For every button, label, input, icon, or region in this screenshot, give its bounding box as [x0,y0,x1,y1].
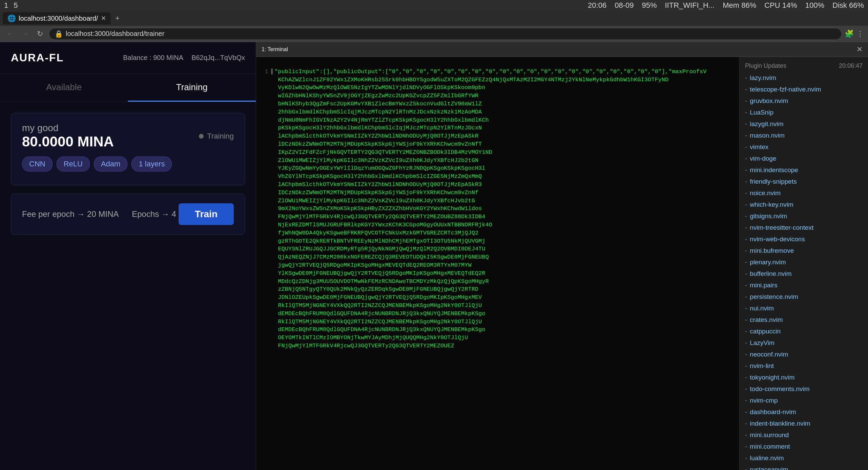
plugin-item: -nvim-cmp [740,395,868,406]
balance-label: Balance : 900 MINA [123,54,183,62]
plugin-item: -gruvbox.nvim [740,95,868,107]
plugin-name: telescope-fzf-native.nvim [750,86,821,93]
plugin-item: -LazyVim [740,337,868,349]
plugin-name: lazygit.nvim [750,120,783,128]
plugin-name: vimtex [750,143,768,151]
plugin-bullet-icon: - [745,293,747,301]
plugin-item: -vimtex [740,141,868,153]
plugin-bullet-icon: - [745,166,747,174]
app-tabs: Available Training [0,74,256,102]
terminal-title: 1: Terminal [262,46,288,53]
plugin-item: -todo-comments.nvim [740,383,868,395]
plugin-name: vim-doge [750,155,776,162]
train-form: Fee per epoch → 20 MINA Epochs → 4 Train [11,193,245,235]
app-header: AURA-FL Balance : 900 MINA B62qJq...TqVb… [0,42,256,74]
plugin-name: LuaSnip [750,109,773,116]
plugin-bullet-icon: - [745,143,747,151]
plugin-name: LazyVim [750,339,774,347]
plugin-name: nui.nvim [750,305,774,312]
plugin-updates-label: Plugin Updates [745,62,786,69]
plugin-item: -noice.nvim [740,187,868,199]
plugin-name: dashboard-nvim [750,408,796,416]
plugin-bullet-icon: - [745,305,747,312]
terminal-close-button[interactable]: ✕ [856,45,863,54]
plugin-item: -lualine.nvim [740,452,868,464]
plugin-bullet-icon: - [745,328,747,335]
model-card: my good 80.0000 MINA Training CNN ReLU A… [11,113,245,185]
plugin-name: friendly-snippets [750,178,797,185]
plugin-item: -nvim-lint [740,360,868,372]
memory-indicator: Mem 86% [723,1,756,10]
plugin-bullet-icon: - [745,362,747,370]
tab-favicon: 🌐 [7,14,16,22]
battery-indicator: 100% [805,1,824,10]
tab-available[interactable]: Available [0,74,128,102]
plugin-name: which-key.nvim [750,201,793,208]
plugin-name: mini.surround [750,431,789,439]
tab-label: localhost:3000/dashboard/ [19,15,98,22]
plugin-item: -mini.comment [740,441,868,452]
plugin-bullet-icon: - [745,316,747,324]
address-bar[interactable]: 🔒 localhost:3000/dashboard/trainer [49,28,842,40]
plugin-item: -indent-blankline.nvim [740,418,868,429]
plugin-name: nvim-web-devicons [750,236,805,243]
reload-button[interactable]: ↻ [34,28,46,40]
plugin-item: -persistence.nvim [740,291,868,303]
plugin-item: -nui.nvim [740,303,868,314]
plugin-bullet-icon: - [745,466,747,470]
plugin-item: -bufferline.nvim [740,268,868,280]
plugin-bullet-icon: - [745,385,747,393]
plugin-name: bufferline.nvim [750,270,791,278]
model-name: my good [22,123,114,134]
plugin-bullet-icon: - [745,397,747,404]
terminal-main[interactable]: 1▌"publicInput":[],"publicOutput":["0","… [256,57,739,470]
forward-button[interactable]: → [19,28,31,40]
plugin-bullet-icon: - [745,270,747,278]
tab-close-button[interactable]: ✕ [101,15,106,22]
plugin-name: todo-comments.nvim [750,385,809,393]
tag-relu: ReLU [57,157,90,171]
plugin-name: nvim-cmp [750,397,778,404]
browser-tab-active[interactable]: 🌐 localhost:3000/dashboard/ ✕ [3,12,111,24]
plugin-item: -crates.nvim [740,314,868,326]
plugin-name: rustaceanvim [750,466,788,470]
plugin-item: -lazygit.nvim [740,118,868,130]
plugin-bullet-icon: - [745,236,747,243]
plugin-updates-header: Plugin Updates 20:06:47 [740,60,868,72]
training-status: Training [199,132,234,141]
plugin-bullet-icon: - [745,120,747,128]
app-body: my good 80.0000 MINA Training CNN ReLU A… [0,102,256,470]
web-panel: AURA-FL Balance : 900 MINA B62qJq...TqVb… [0,42,256,470]
plugin-bullet-icon: - [745,224,747,231]
app-logo: AURA-FL [11,52,64,64]
plugin-name: mini.comment [750,443,790,450]
extensions-icon[interactable]: 🧩 [845,29,854,38]
terminal-panel: 1: Terminal ✕ 1▌"publicInput":[],"public… [256,42,868,470]
plugin-bullet-icon: - [745,212,747,220]
new-tab-button[interactable]: + [112,13,123,24]
plugin-bullet-icon: - [745,86,747,93]
plugin-bullet-icon: - [745,178,747,185]
app-header-right: Balance : 900 MINA B62qJq...TqVbQx [123,54,245,62]
plugin-bullet-icon: - [745,431,747,439]
window-count: 5 [14,1,18,10]
plugin-item: -lazy.nvim [740,72,868,84]
nav-extra-icons: 🧩 ⋮ [845,29,864,38]
fee-info: Fee per epoch → 20 MINA Epochs → 4 [22,209,176,219]
menu-icon[interactable]: ⋮ [856,29,864,38]
plugin-bullet-icon: - [745,408,747,416]
train-button[interactable]: Train [179,203,234,225]
tab-training[interactable]: Training [128,74,256,102]
plugin-name: persistence.nvim [750,293,798,301]
clock-time: 20:06 [588,1,606,10]
plugin-timestamp: 20:06:47 [839,62,863,69]
back-button[interactable]: ← [4,28,16,40]
plugin-item: -friendly-snippets [740,176,868,187]
plugin-bullet-icon: - [745,97,747,105]
plugin-item: -nvim-treesitter-context [740,222,868,233]
cpu-indicator: CPU 14% [764,1,797,10]
plugin-bullet-icon: - [745,259,747,266]
plugin-bullet-icon: - [745,374,747,381]
plugin-name: mini.pairs [750,282,777,289]
plugin-item: -LuaSnip [740,107,868,118]
